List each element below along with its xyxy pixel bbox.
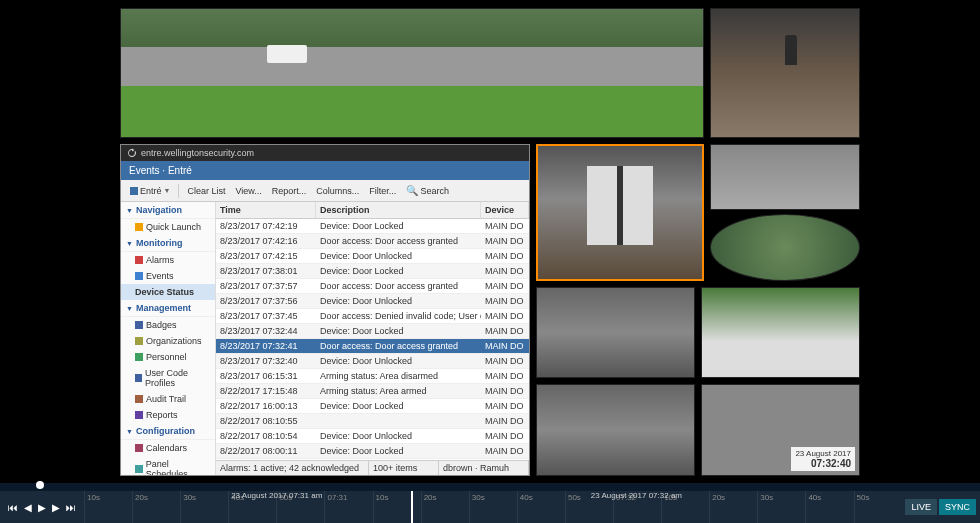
step-forward-button[interactable]: ▶: [52, 502, 60, 513]
live-button[interactable]: LIVE: [905, 499, 937, 515]
table-row[interactable]: 8/23/2017 07:38:01Device: Door LockedMAI…: [216, 264, 529, 279]
cell-desc: Door access: Door access granted: [316, 279, 481, 293]
skip-forward-button[interactable]: ⏭: [66, 502, 76, 513]
col-description[interactable]: Description: [316, 202, 481, 218]
timeline-tick: 20s: [132, 491, 180, 523]
cell-device: MAIN DO: [481, 339, 529, 353]
nav-quick-launch[interactable]: Quick Launch: [121, 219, 215, 235]
cell-desc: Arming status: Area disarmed: [316, 369, 481, 383]
clear-list-button[interactable]: Clear List: [183, 184, 229, 198]
cell-time: 8/23/2017 07:42:15: [216, 249, 316, 263]
col-time[interactable]: Time: [216, 202, 316, 218]
table-row[interactable]: 8/23/2017 06:15:31Arming status: Area di…: [216, 369, 529, 384]
sync-button[interactable]: SYNC: [939, 499, 976, 515]
camera-view-hall[interactable]: [710, 144, 860, 210]
cell-time: 8/23/2017 07:32:41: [216, 339, 316, 353]
nav-configuration[interactable]: Configuration: [121, 423, 215, 440]
nav-badges[interactable]: Badges: [121, 317, 215, 333]
nav-calendars[interactable]: Calendars: [121, 440, 215, 456]
filter-button[interactable]: Filter...: [365, 184, 400, 198]
cell-time: 8/23/2017 06:15:31: [216, 369, 316, 383]
table-row[interactable]: 8/23/2017 07:32:40Device: Door UnlockedM…: [216, 354, 529, 369]
time-ruler[interactable]: 23 August 2017 07:31 am 23 August 2017 0…: [84, 491, 901, 523]
timeline-tick: 30s: [180, 491, 228, 523]
table-row[interactable]: 8/23/2017 07:42:19Device: Door LockedMAI…: [216, 219, 529, 234]
status-bar: Alarms: 1 active; 42 acknowledged 100+ i…: [216, 460, 529, 475]
camera-view-outdoor[interactable]: [701, 287, 860, 379]
scene-grass: [121, 86, 703, 137]
table-row[interactable]: 8/23/2017 07:37:57Door access: Door acce…: [216, 279, 529, 294]
skip-back-button[interactable]: ⏮: [8, 502, 18, 513]
camera-view-fisheye[interactable]: [710, 214, 860, 280]
table-row[interactable]: 8/23/2017 07:42:16Door access: Door acce…: [216, 234, 529, 249]
camera-view-entrance-1[interactable]: [710, 8, 860, 138]
camera-view-office-1[interactable]: [536, 287, 695, 379]
chevron-down-icon: ▼: [164, 187, 171, 194]
cell-device: MAIN DO: [481, 384, 529, 398]
key-icon: [135, 374, 142, 382]
nav-organizations[interactable]: Organizations: [121, 333, 215, 349]
nav-monitoring[interactable]: Monitoring: [121, 235, 215, 252]
col-device[interactable]: Device: [481, 202, 529, 218]
camera-view-lobby[interactable]: [536, 144, 704, 281]
camera-view-warehouse[interactable]: 23 August 2017 07:32:40: [701, 384, 860, 476]
nav-management[interactable]: Management: [121, 300, 215, 317]
table-row[interactable]: 8/22/2017 16:00:13Device: Door LockedMAI…: [216, 399, 529, 414]
camera-view-reception[interactable]: [536, 384, 695, 476]
nav-reports[interactable]: Reports: [121, 407, 215, 423]
cell-time: 8/23/2017 07:32:40: [216, 354, 316, 368]
org-icon: [135, 337, 143, 345]
timeline-tick: 20s: [709, 491, 757, 523]
toolbar: Entré ▼ Clear List View... Report... Col…: [121, 180, 529, 202]
nav-personnel[interactable]: Personnel: [121, 349, 215, 365]
nav-navigation[interactable]: Navigation: [121, 202, 215, 219]
status-items: 100+ items: [369, 461, 439, 475]
cell-desc: Device: Door Unlocked: [316, 249, 481, 263]
cell-device: MAIN DO: [481, 234, 529, 248]
report-button[interactable]: Report...: [268, 184, 311, 198]
nav-alarms[interactable]: Alarms: [121, 252, 215, 268]
cell-desc: Door access: Door access granted: [316, 234, 481, 248]
step-back-button[interactable]: ◀: [24, 502, 32, 513]
events-title: Events · Entré: [121, 161, 529, 180]
cell-time: 8/23/2017 07:38:01: [216, 264, 316, 278]
table-row[interactable]: 8/23/2017 07:42:15Device: Door UnlockedM…: [216, 249, 529, 264]
table-row[interactable]: 8/22/2017 08:00:11Device: Door LockedMAI…: [216, 444, 529, 459]
report-icon: [135, 411, 143, 419]
camera-view-parking[interactable]: [120, 8, 704, 138]
entre-dropdown[interactable]: Entré ▼: [126, 184, 174, 198]
nav-device-status[interactable]: Device Status: [121, 284, 215, 300]
audit-icon: [135, 395, 143, 403]
search-button[interactable]: 🔍Search: [402, 183, 453, 198]
transport-controls: ⏮ ◀ ▶ ▶ ⏭: [0, 502, 84, 513]
calendar-icon: [135, 444, 143, 452]
cell-desc: Device: Door Unlocked: [316, 294, 481, 308]
cell-device: MAIN DO: [481, 294, 529, 308]
timeline-tick: 50s: [854, 491, 902, 523]
timeline-scrubber[interactable]: [0, 483, 980, 491]
cell-time: 8/22/2017 17:15:48: [216, 384, 316, 398]
browser-address-bar: entre.wellingtonsecurity.com: [121, 145, 529, 161]
timeline-tick: 07:31: [324, 491, 372, 523]
cell-device: MAIN DO: [481, 354, 529, 368]
nav-events[interactable]: Events: [121, 268, 215, 284]
vehicle: [267, 45, 307, 63]
nav-audit-trail[interactable]: Audit Trail: [121, 391, 215, 407]
nav-panel-schedules[interactable]: Panel Schedules: [121, 456, 215, 475]
nav-user-code-profiles[interactable]: User Code Profiles: [121, 365, 215, 391]
table-row[interactable]: 8/22/2017 08:10:55MAIN DO: [216, 414, 529, 429]
table-row[interactable]: 8/23/2017 07:32:41Door access: Door acce…: [216, 339, 529, 354]
columns-button[interactable]: Columns...: [312, 184, 363, 198]
cell-device: MAIN DO: [481, 219, 529, 233]
view-button[interactable]: View...: [231, 184, 265, 198]
table-row[interactable]: 8/22/2017 08:10:54Device: Door UnlockedM…: [216, 429, 529, 444]
table-row[interactable]: 8/22/2017 17:15:48Arming status: Area ar…: [216, 384, 529, 399]
cell-time: 8/23/2017 07:32:44: [216, 324, 316, 338]
table-row[interactable]: 8/23/2017 07:37:45Door access: Denied in…: [216, 309, 529, 324]
timeline-date-1: 23 August 2017 07:31 am: [231, 491, 322, 500]
table-row[interactable]: 8/23/2017 07:32:44Device: Door LockedMAI…: [216, 324, 529, 339]
refresh-icon[interactable]: [127, 148, 137, 158]
play-button[interactable]: ▶: [38, 502, 46, 513]
event-table: Time Description Device 8/23/2017 07:42:…: [216, 202, 529, 475]
table-row[interactable]: 8/23/2017 07:37:56Device: Door UnlockedM…: [216, 294, 529, 309]
